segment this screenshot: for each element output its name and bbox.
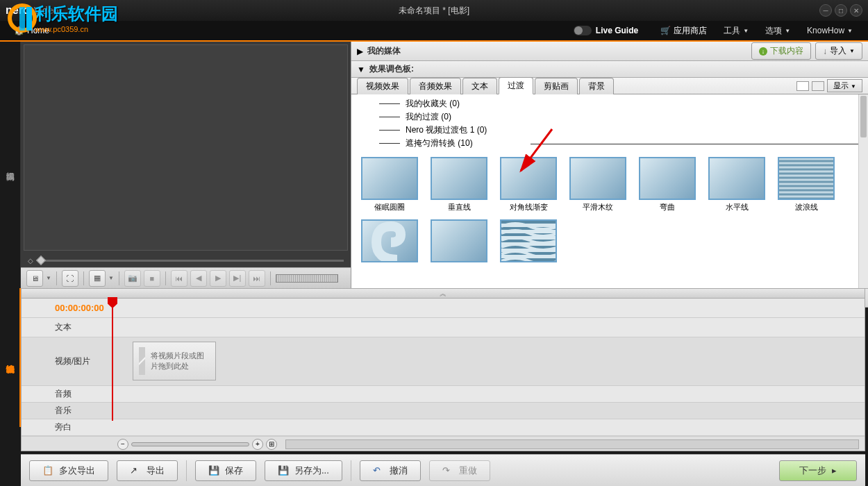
step-back-button[interactable]: ◀	[190, 270, 207, 287]
preview-toolbar: 🖥 ▼ ⛶ ▦ ▼ 📷 ■ ⏮ ◀ ▶ ▶| ⏭	[21, 267, 351, 288]
basket-icon: 🛒	[660, 26, 671, 35]
track-audio[interactable]: 音频	[22, 386, 865, 403]
export-button[interactable]: ↗ 导出	[117, 460, 178, 481]
thumb-label: 水平线	[726, 202, 749, 212]
chevron-down-icon: ▼	[847, 28, 853, 34]
tree-mask-smooth[interactable]: 遮掩匀滑转换 (10)	[379, 137, 868, 150]
logo-subtitle: Video	[34, 5, 59, 16]
save-as-button[interactable]: 💾 另存为...	[265, 460, 342, 481]
timeline: ︽ 00:00:00:00 文本 视频/图片 将视频片段或图片拖到此处 音频 音…	[21, 288, 865, 451]
preview-pane: ◇ 🖥 ▼ ⛶ ▦ ▼ 📷 ■ ⏮ ◀ ▶ ▶| ⏭	[21, 42, 351, 288]
toggle-switch[interactable]	[574, 26, 592, 35]
tree-my-transitions[interactable]: 我的过渡 (0)	[379, 110, 868, 124]
tab-video-effects[interactable]: 视频效果	[357, 78, 408, 94]
thumb-curved[interactable]	[497, 219, 560, 265]
multi-export-icon: 📋	[42, 465, 53, 476]
thumb-solid[interactable]	[428, 219, 490, 265]
thumb-wave[interactable]: 波浪线	[775, 157, 837, 212]
tree-nero-pack[interactable]: Nero 视频过渡包 1 (0)	[379, 124, 868, 137]
thumb-bend[interactable]: 弯曲	[636, 157, 699, 212]
record-button[interactable]: ■	[144, 270, 160, 287]
preview-canvas[interactable]	[24, 44, 348, 251]
fullscreen-button[interactable]: ⛶	[62, 270, 78, 287]
tab-audio-effects[interactable]: 音频效果	[410, 78, 461, 94]
undo-button[interactable]: ↶ 撤消	[360, 460, 421, 481]
advanced-edit-tab[interactable]: 高级编辑	[0, 42, 21, 288]
prev-frame-button[interactable]: ⏮	[171, 270, 187, 287]
effects-panel: ▶ 我的媒体 ↓ 下载内容 ↓ 导入 ▼ ▼ 效果调色板: 视频效果 音频效果 …	[351, 42, 868, 288]
grid-view-button[interactable]	[796, 81, 809, 91]
timeline-scrollbar[interactable]	[285, 439, 859, 449]
preview-scrubber[interactable]: ◇	[21, 253, 351, 267]
home-button[interactable]: 🏠 Home	[7, 23, 56, 38]
next-frame-button[interactable]: ⏭	[249, 270, 265, 287]
playhead[interactable]	[112, 299, 113, 421]
transition-thumbnails: 催眠圆圈 垂直线 对角线渐变 平滑木纹 弯曲 水平线 波浪线	[351, 153, 868, 269]
multi-export-label: 多次导出	[59, 464, 95, 477]
display-label: 显示	[833, 81, 849, 90]
redo-button[interactable]: ↷ 重做	[429, 460, 490, 481]
tab-clipart[interactable]: 剪贴画	[535, 78, 578, 94]
app-store-menu[interactable]: 🛒 应用商店	[652, 22, 715, 40]
tools-menu[interactable]: 工具 ▼	[715, 22, 757, 40]
drop-hint-text: 将视频片段或图片拖到此处	[151, 351, 210, 371]
thumb-spiral[interactable]	[358, 219, 421, 265]
zoom-in-button[interactable]: +	[252, 439, 263, 450]
collapse-icon[interactable]: ▼	[357, 65, 365, 74]
tab-text[interactable]: 文本	[462, 78, 497, 94]
thumb-label: 对角线渐变	[510, 202, 548, 212]
knowhow-menu[interactable]: KnowHow ▼	[799, 23, 861, 38]
quick-edit-tab[interactable]: 快速编辑	[0, 288, 21, 427]
play-button[interactable]: ▶	[210, 270, 226, 287]
thumb-horizontal[interactable]: 水平线	[706, 157, 768, 212]
minimize-button[interactable]: ─	[819, 4, 832, 17]
drop-placeholder[interactable]: 将视频片段或图片拖到此处	[133, 342, 216, 380]
panel-scrollbar[interactable]	[858, 94, 868, 288]
display-dropdown[interactable]: 显示 ▼	[827, 79, 862, 92]
tab-transitions[interactable]: 过渡	[499, 77, 533, 94]
thumb-label: 弯曲	[660, 202, 675, 212]
collapse-icon[interactable]: ▶	[357, 47, 363, 56]
snapshot-button[interactable]: 📷	[124, 270, 141, 287]
track-audio-label: 音频	[22, 386, 112, 402]
track-music[interactable]: 音乐	[22, 403, 865, 419]
save-button[interactable]: 💾 保存	[195, 460, 256, 481]
import-label: 导入	[830, 45, 846, 57]
thumb-wood[interactable]: 平滑木纹	[567, 157, 629, 212]
import-button[interactable]: ↓ 导入 ▼	[815, 42, 862, 60]
maximize-button[interactable]: □	[835, 4, 847, 17]
next-button[interactable]: 下一步 ▸	[779, 460, 857, 481]
close-button[interactable]: ✕	[850, 4, 862, 17]
multi-export-button[interactable]: 📋 多次导出	[29, 460, 108, 481]
live-guide-toggle[interactable]: Live Guide	[574, 26, 638, 35]
thumb-diagonal[interactable]: 对角线渐变	[497, 157, 560, 212]
effect-tabs: 视频效果 音频效果 文本 过渡 剪贴画 背景 显示 ▼	[351, 78, 868, 94]
save-icon: 💾	[208, 465, 219, 476]
zoom-slider[interactable]	[131, 442, 249, 446]
thumb-hypnotic[interactable]: 催眠圆圈	[358, 157, 421, 212]
tab-background[interactable]: 背景	[579, 78, 614, 94]
timeline-collapse[interactable]: ︽	[22, 289, 865, 299]
timecode-display[interactable]: 00:00:00:00	[22, 303, 112, 313]
step-fwd-button[interactable]: ▶|	[229, 270, 246, 287]
zoom-fit-button[interactable]: ⊞	[266, 439, 277, 450]
options-label: 选项	[765, 25, 782, 37]
track-video[interactable]: 视频/图片 将视频片段或图片拖到此处	[22, 337, 865, 386]
track-narration[interactable]: 旁白	[22, 419, 865, 436]
jog-slider[interactable]	[276, 274, 338, 283]
thumb-label: 平滑木纹	[583, 202, 613, 212]
download-button[interactable]: ↓ 下载内容	[751, 42, 811, 60]
layout-button[interactable]: ▦	[89, 270, 106, 287]
thumb-vertical[interactable]: 垂直线	[428, 157, 490, 212]
monitor-button[interactable]: 🖥	[26, 270, 43, 287]
zoom-out-button[interactable]: −	[117, 439, 128, 450]
track-music-label: 音乐	[22, 403, 112, 419]
track-text[interactable]: 文本	[22, 318, 865, 337]
options-menu[interactable]: 选项 ▼	[757, 22, 799, 40]
marker-icon: ◇	[28, 257, 33, 265]
chevron-down-icon: ▼	[849, 48, 855, 54]
chevron-down-icon: ▼	[785, 28, 790, 34]
list-view-button[interactable]	[812, 81, 824, 91]
tree-favorites[interactable]: 我的收藏夹 (0)	[379, 97, 868, 110]
palette-header: ▼ 效果调色板:	[351, 61, 868, 78]
